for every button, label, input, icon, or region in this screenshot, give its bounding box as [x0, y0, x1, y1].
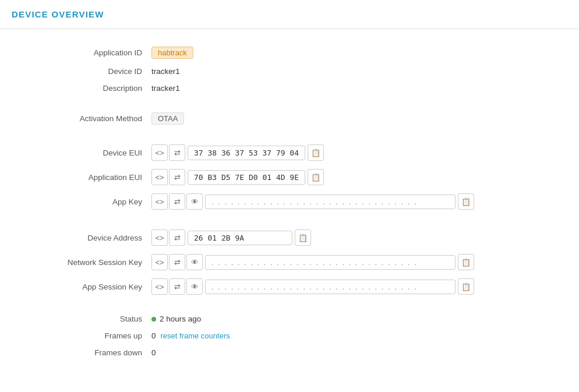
application-eui-label: Application EUI: [23, 173, 151, 182]
app-session-key-label: App Session Key: [23, 282, 151, 291]
frames-down-row: Frames down 0: [23, 348, 501, 357]
app-key-controls: <> ⇄ 👁 . . . . . . . . . . . . . . . . .…: [151, 193, 474, 210]
app-key-copy-btn[interactable]: 📋: [458, 193, 474, 210]
application-id-row: Application ID habtrack: [23, 47, 501, 59]
frames-up-label: Frames up: [23, 331, 151, 340]
network-session-key-dots: . . . . . . . . . . . . . . . . . . . . …: [205, 255, 456, 270]
application-eui-swap-btn[interactable]: ⇄: [169, 169, 185, 185]
device-eui-row: Device EUI <> ⇄ 37 38 36 37 53 37 79 04 …: [23, 144, 501, 161]
frames-up-row: Frames up 0 reset frame counters: [23, 331, 501, 340]
application-id-label: Application ID: [23, 48, 151, 57]
device-eui-swap-btn[interactable]: ⇄: [169, 144, 185, 161]
frames-down-label: Frames down: [23, 348, 151, 357]
device-address-swap-btn[interactable]: ⇄: [169, 229, 185, 246]
app-key-dots: . . . . . . . . . . . . . . . . . . . . …: [205, 195, 456, 209]
device-address-row: Device Address <> ⇄ 26 01 2B 9A 📋: [23, 229, 501, 246]
frames-down-value: 0: [151, 348, 156, 357]
application-eui-code-btn[interactable]: <>: [151, 169, 168, 185]
status-value-container: 2 hours ago: [151, 315, 201, 323]
application-eui-controls: <> ⇄ 70 B3 D5 7E D0 01 4D 9E 📋: [151, 169, 324, 185]
network-session-key-label: Network Session Key: [23, 258, 151, 267]
app-session-key-code-btn[interactable]: <>: [151, 278, 168, 295]
app-key-code-btn[interactable]: <>: [151, 193, 168, 210]
device-address-label: Device Address: [23, 234, 151, 242]
device-eui-controls: <> ⇄ 37 38 36 37 53 37 79 04 📋: [151, 144, 324, 161]
app-session-key-dots: . . . . . . . . . . . . . . . . . . . . …: [205, 280, 456, 294]
network-session-key-swap-btn[interactable]: ⇄: [169, 254, 185, 270]
network-session-key-code-btn[interactable]: <>: [151, 254, 168, 270]
network-session-key-controls: <> ⇄ 👁 . . . . . . . . . . . . . . . . .…: [151, 254, 474, 270]
activation-method-badge: OTAA: [151, 112, 184, 125]
app-session-key-eye-btn[interactable]: 👁: [186, 278, 203, 295]
device-id-label: Device ID: [23, 67, 151, 76]
application-eui-value: 70 B3 D5 7E D0 01 4D 9E: [188, 170, 305, 185]
device-eui-label: Device EUI: [23, 149, 151, 157]
device-id-value: tracker1: [151, 67, 180, 76]
content: Application ID habtrack Device ID tracke…: [0, 29, 524, 383]
app-session-key-row: App Session Key <> ⇄ 👁 . . . . . . . . .…: [23, 278, 501, 295]
status-row: Status 2 hours ago: [23, 315, 501, 323]
status-label: Status: [23, 315, 151, 323]
page-title: DEVICE OVERVIEW: [12, 9, 104, 19]
device-address-controls: <> ⇄ 26 01 2B 9A 📋: [151, 229, 311, 246]
description-value: tracker1: [151, 84, 180, 93]
device-id-row: Device ID tracker1: [23, 67, 501, 76]
network-session-key-eye-btn[interactable]: 👁: [186, 254, 203, 270]
app-key-eye-btn[interactable]: 👁: [186, 193, 203, 210]
status-value: 2 hours ago: [160, 315, 201, 323]
device-eui-copy-btn[interactable]: 📋: [308, 144, 324, 161]
device-address-value: 26 01 2B 9A: [188, 231, 292, 245]
app-key-label: App Key: [23, 197, 151, 206]
network-session-key-row: Network Session Key <> ⇄ 👁 . . . . . . .…: [23, 254, 501, 270]
description-row: Description tracker1: [23, 84, 501, 93]
application-eui-row: Application EUI <> ⇄ 70 B3 D5 7E D0 01 4…: [23, 169, 501, 185]
application-id-badge: habtrack: [151, 47, 193, 59]
app-session-key-copy-btn[interactable]: 📋: [458, 278, 474, 295]
status-dot: [151, 317, 156, 322]
frames-up-value: 0: [151, 331, 156, 340]
app-key-swap-btn[interactable]: ⇄: [169, 193, 185, 210]
reset-frame-counters-link[interactable]: reset frame counters: [161, 331, 230, 340]
device-eui-value: 37 38 36 37 53 37 79 04: [188, 146, 305, 160]
header: DEVICE OVERVIEW: [0, 0, 579, 29]
app-key-row: App Key <> ⇄ 👁 . . . . . . . . . . . . .…: [23, 193, 501, 210]
network-session-key-copy-btn[interactable]: 📋: [458, 254, 474, 270]
device-address-copy-btn[interactable]: 📋: [295, 229, 311, 246]
device-address-code-btn[interactable]: <>: [151, 229, 168, 246]
frames-up-controls: 0 reset frame counters: [151, 331, 230, 340]
app-session-key-controls: <> ⇄ 👁 . . . . . . . . . . . . . . . . .…: [151, 278, 474, 295]
activation-method-label: Activation Method: [23, 114, 151, 123]
device-eui-code-btn[interactable]: <>: [151, 144, 168, 161]
activation-method-row: Activation Method OTAA: [23, 112, 501, 125]
app-session-key-swap-btn[interactable]: ⇄: [169, 278, 185, 295]
application-eui-copy-btn[interactable]: 📋: [308, 169, 324, 185]
description-label: Description: [23, 84, 151, 93]
